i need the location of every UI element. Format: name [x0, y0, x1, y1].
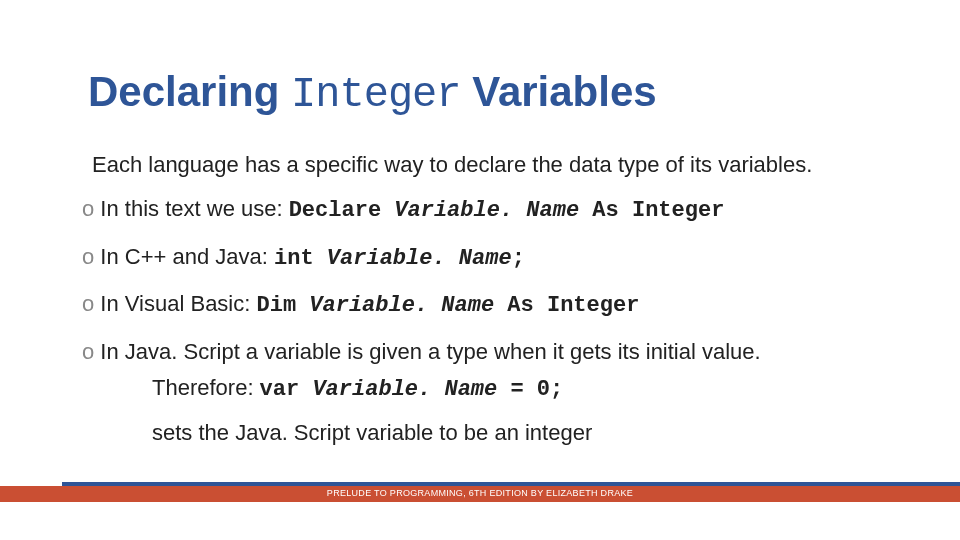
title-post: Variables — [461, 68, 657, 115]
b2-var: Variable. Name — [327, 246, 512, 271]
b4-var: Variable. Name — [312, 377, 497, 402]
b4-pre: In Java. Script a variable is given a ty… — [100, 339, 760, 364]
b4-line3: sets the Java. Script variable to be an … — [152, 418, 882, 448]
b1-kw1: Declare — [289, 198, 395, 223]
b3-kw1: Dim — [256, 293, 309, 318]
bullet-1: In this text we use: Declare Variable. N… — [82, 194, 882, 226]
b3-var: Variable. Name — [309, 293, 494, 318]
slide: Declaring Integer Variables Each languag… — [0, 0, 960, 540]
b3-pre: In Visual Basic: — [100, 291, 256, 316]
bullet-4: In Java. Script a variable is given a ty… — [82, 337, 882, 448]
b1-var: Variable. Name — [394, 198, 579, 223]
title-mono: Integer — [291, 71, 460, 119]
b3-kw2: As Integer — [494, 293, 639, 318]
slide-title: Declaring Integer Variables — [88, 68, 657, 119]
b2-pre: In C++ and Java: — [100, 244, 274, 269]
footer-text: PRELUDE TO PROGRAMMING, 6TH EDITION BY E… — [0, 488, 960, 498]
b1-pre: In this text we use: — [100, 196, 288, 221]
intro-text: Each language has a specific way to decl… — [92, 152, 812, 178]
b4-eq: = 0; — [497, 377, 563, 402]
bullet-list: In this text we use: Declare Variable. N… — [82, 194, 882, 464]
b2-kw1: int — [274, 246, 327, 271]
b4-line2: Therefore: var Variable. Name = 0; — [152, 373, 882, 405]
title-pre: Declaring — [88, 68, 291, 115]
b2-semi: ; — [512, 246, 525, 271]
b1-kw2: As Integer — [579, 198, 724, 223]
bullet-3: In Visual Basic: Dim Variable. Name As I… — [82, 289, 882, 321]
b4-therefore: Therefore: — [152, 375, 260, 400]
bullet-2: In C++ and Java: int Variable. Name; — [82, 242, 882, 274]
b4-kw1: var — [260, 377, 313, 402]
